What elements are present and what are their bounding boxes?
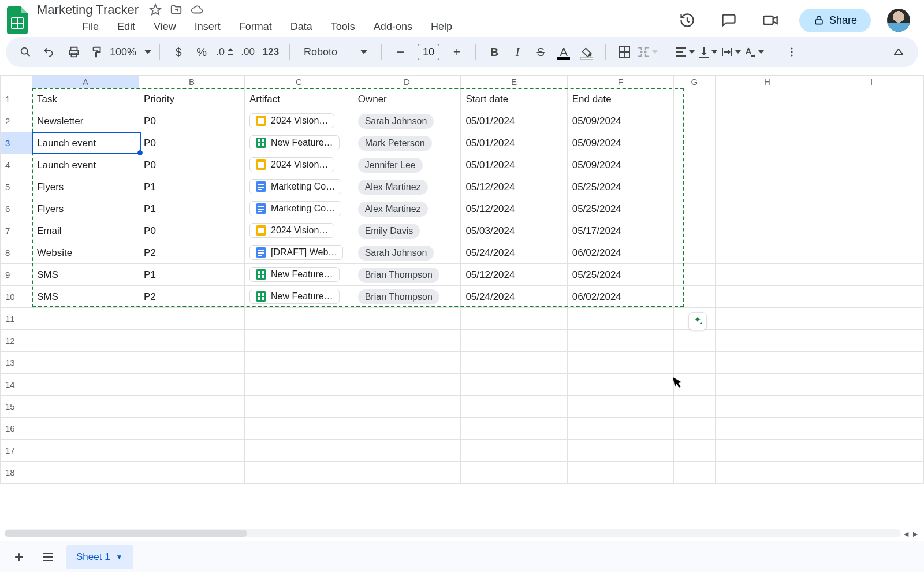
cell[interactable] bbox=[32, 440, 139, 462]
cell[interactable] bbox=[715, 330, 819, 352]
smart-chip-person[interactable]: Sarah Johnson bbox=[358, 246, 434, 261]
cell[interactable]: Emily Davis bbox=[353, 220, 461, 242]
cell[interactable] bbox=[674, 440, 716, 462]
menu-insert[interactable]: Insert bbox=[192, 20, 223, 34]
cell[interactable]: 05/01/2024 bbox=[461, 110, 567, 132]
cell[interactable]: P0 bbox=[139, 110, 245, 132]
fill-color-icon[interactable] bbox=[576, 42, 597, 62]
font-select[interactable]: Roboto bbox=[298, 46, 373, 58]
cell[interactable]: New Feature… bbox=[245, 132, 353, 154]
cell[interactable] bbox=[567, 330, 673, 352]
cell[interactable]: Brian Thompson bbox=[353, 264, 461, 286]
cell[interactable] bbox=[567, 352, 673, 374]
cloud-status-icon[interactable] bbox=[191, 3, 203, 16]
increase-decimal-icon[interactable]: .00 bbox=[237, 42, 258, 62]
cell[interactable]: Newsletter bbox=[32, 110, 139, 132]
cell[interactable] bbox=[461, 374, 567, 396]
col-header-G[interactable]: G bbox=[674, 76, 716, 88]
cell[interactable] bbox=[139, 462, 245, 484]
cell[interactable] bbox=[715, 308, 819, 330]
bold-icon[interactable]: B bbox=[484, 42, 505, 62]
cell[interactable]: New Feature… bbox=[245, 286, 353, 308]
smart-chip-person[interactable]: Sarah Johnson bbox=[358, 114, 434, 129]
cell[interactable] bbox=[353, 374, 461, 396]
cell[interactable]: 05/25/2024 bbox=[567, 176, 673, 198]
collapse-toolbar-icon[interactable] bbox=[888, 42, 909, 62]
text-color-icon[interactable]: A bbox=[553, 42, 574, 62]
smart-chip-person[interactable]: Jennifer Lee bbox=[358, 158, 423, 173]
cell[interactable]: Flyers bbox=[32, 176, 139, 198]
cell[interactable]: Email bbox=[32, 220, 139, 242]
sheet-tab-active[interactable]: Sheet 1 ▼ bbox=[66, 545, 133, 569]
merge-cells-icon[interactable] bbox=[637, 42, 658, 62]
comments-icon[interactable] bbox=[716, 8, 742, 33]
row-header[interactable]: 4 bbox=[1, 154, 32, 176]
cell[interactable]: Flyers bbox=[32, 198, 139, 220]
cell[interactable]: Alex Martinez bbox=[353, 198, 461, 220]
cell[interactable]: Launch event bbox=[32, 132, 139, 154]
cell[interactable] bbox=[353, 418, 461, 440]
menu-file[interactable]: File bbox=[80, 20, 101, 34]
cell[interactable] bbox=[674, 462, 716, 484]
cell[interactable] bbox=[819, 396, 924, 418]
menu-addons[interactable]: Add-ons bbox=[371, 20, 415, 34]
horizontal-scrollbar[interactable] bbox=[5, 529, 901, 537]
cell[interactable] bbox=[32, 462, 139, 484]
share-button[interactable]: Share bbox=[799, 9, 871, 32]
ai-suggestion-button[interactable] bbox=[688, 312, 707, 330]
document-title[interactable]: Marketing Tracker bbox=[35, 1, 141, 18]
cell[interactable] bbox=[32, 352, 139, 374]
cell[interactable]: P2 bbox=[139, 286, 245, 308]
strikethrough-icon[interactable]: S bbox=[530, 42, 551, 62]
cell[interactable]: P1 bbox=[139, 198, 245, 220]
cell[interactable] bbox=[819, 352, 924, 374]
cell[interactable] bbox=[715, 396, 819, 418]
cell[interactable] bbox=[245, 462, 353, 484]
row-header[interactable]: 13 bbox=[1, 352, 32, 374]
smart-chip-person[interactable]: Emily Davis bbox=[358, 224, 420, 239]
cell[interactable]: SMS bbox=[32, 264, 139, 286]
row-header[interactable]: 7 bbox=[1, 220, 32, 242]
undo-icon[interactable] bbox=[38, 42, 59, 62]
menu-edit[interactable]: Edit bbox=[115, 20, 137, 34]
cell[interactable] bbox=[245, 440, 353, 462]
menu-help[interactable]: Help bbox=[429, 20, 454, 34]
cell[interactable] bbox=[567, 308, 673, 330]
cell[interactable] bbox=[461, 462, 567, 484]
cell[interactable] bbox=[461, 352, 567, 374]
cell[interactable] bbox=[674, 352, 716, 374]
cell[interactable]: 06/02/2024 bbox=[567, 242, 673, 264]
cell[interactable] bbox=[461, 330, 567, 352]
col-header-A[interactable]: A bbox=[32, 76, 139, 88]
row-header[interactable]: 9 bbox=[1, 264, 32, 286]
cell[interactable] bbox=[353, 396, 461, 418]
cell[interactable] bbox=[819, 440, 924, 462]
cell[interactable] bbox=[567, 462, 673, 484]
cell[interactable]: Task bbox=[32, 88, 139, 110]
cell[interactable] bbox=[674, 418, 716, 440]
cell[interactable] bbox=[32, 396, 139, 418]
cell[interactable]: Marketing Co… bbox=[245, 176, 353, 198]
cell[interactable]: 2024 Vision… bbox=[245, 220, 353, 242]
cell[interactable] bbox=[819, 330, 924, 352]
cell[interactable] bbox=[139, 440, 245, 462]
row-header[interactable]: 11 bbox=[1, 308, 32, 330]
scroll-left-icon[interactable]: ◄ bbox=[902, 529, 910, 538]
cell[interactable] bbox=[567, 374, 673, 396]
cell[interactable]: New Feature… bbox=[245, 264, 353, 286]
col-header-B[interactable]: B bbox=[139, 76, 245, 88]
cell[interactable] bbox=[715, 440, 819, 462]
cell[interactable]: Marketing Co… bbox=[245, 198, 353, 220]
borders-icon[interactable] bbox=[614, 42, 635, 62]
smart-chip-file[interactable]: 2024 Vision… bbox=[249, 157, 334, 172]
cell[interactable] bbox=[245, 374, 353, 396]
cell[interactable]: Sarah Johnson bbox=[353, 242, 461, 264]
cell[interactable] bbox=[245, 418, 353, 440]
cell[interactable]: 05/25/2024 bbox=[567, 264, 673, 286]
row-header[interactable]: 3 bbox=[1, 132, 32, 154]
cell[interactable]: 05/09/2024 bbox=[567, 154, 673, 176]
cell[interactable] bbox=[715, 462, 819, 484]
smart-chip-person[interactable]: Alex Martinez bbox=[358, 180, 428, 195]
cell[interactable]: Priority bbox=[139, 88, 245, 110]
smart-chip-file[interactable]: New Feature… bbox=[249, 135, 340, 150]
